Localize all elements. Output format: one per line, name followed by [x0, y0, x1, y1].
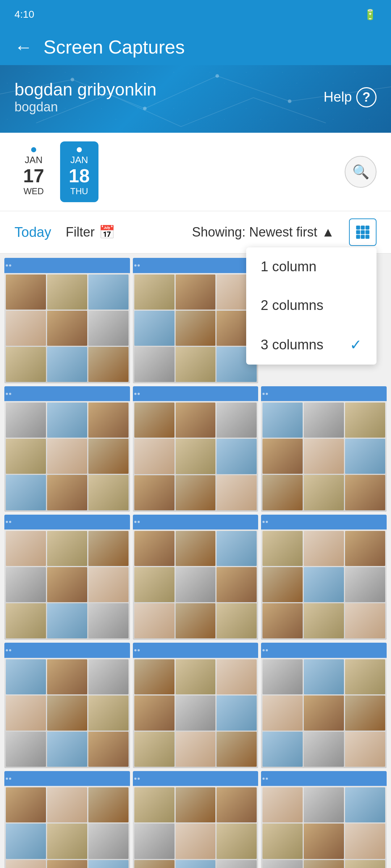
- sort-arrow-icon: ▲: [321, 225, 335, 240]
- dropdown-label-1col: 1 column: [261, 259, 316, 275]
- user-info-row: bogdan gribyonkin bogdan Help ?: [14, 80, 377, 115]
- back-button[interactable]: ←: [14, 38, 33, 56]
- filter-label: Filter: [66, 225, 94, 240]
- help-label: Help: [324, 89, 352, 105]
- status-bar: 4:10 🔋: [0, 0, 391, 29]
- date-day-1: WED: [24, 186, 44, 196]
- date-section: JAN 17 WED JAN 18 THU 🔍: [0, 133, 391, 211]
- svg-rect-13: [356, 226, 360, 230]
- svg-rect-16: [356, 230, 360, 234]
- date-num-1: 17: [23, 166, 44, 186]
- user-section: bogdan gribyonkin bogdan Help ?: [0, 65, 391, 133]
- dropdown-item-2col[interactable]: 2 columns: [246, 286, 377, 325]
- help-button[interactable]: Help ?: [324, 87, 377, 107]
- showing-label: Showing: Newest first: [192, 225, 317, 240]
- filter-button[interactable]: Filter 📅: [66, 225, 115, 240]
- status-bar-left: 4:10: [14, 9, 34, 20]
- svg-rect-14: [361, 226, 365, 230]
- user-name: bogdan gribyonkin: [14, 80, 156, 99]
- photo-thumb-5[interactable]: [133, 386, 258, 512]
- photo-thumb-4[interactable]: [4, 386, 130, 512]
- calendar-icon: 📅: [99, 225, 115, 240]
- svg-rect-21: [365, 235, 369, 239]
- date-item-thu[interactable]: JAN 18 THU: [60, 141, 98, 202]
- date-month-1: JAN: [25, 154, 42, 166]
- status-bar-right: 🔋: [364, 9, 377, 21]
- photo-thumb-14[interactable]: [133, 771, 258, 868]
- svg-rect-20: [361, 235, 365, 239]
- toolbar: Today Filter 📅 Showing: Newest first ▲ 1…: [0, 211, 391, 254]
- photo-thumb-12[interactable]: [261, 643, 387, 768]
- dropdown-item-1col[interactable]: 1 column: [246, 247, 377, 286]
- date-list: JAN 17 WED JAN 18 THU: [14, 141, 98, 202]
- photo-thumb-11[interactable]: [133, 643, 258, 768]
- photo-thumb-6[interactable]: [261, 386, 387, 512]
- battery-icon: 🔋: [364, 9, 377, 21]
- dropdown-label-3col: 3 columns: [261, 337, 323, 353]
- grid-icon: [355, 224, 371, 240]
- date-num-2: 18: [69, 166, 90, 186]
- date-item-wed[interactable]: JAN 17 WED: [14, 141, 53, 202]
- date-dot: [31, 147, 36, 152]
- date-dot-active: [77, 147, 82, 152]
- search-button[interactable]: 🔍: [345, 156, 377, 188]
- photo-thumb-10[interactable]: [4, 643, 130, 768]
- dropdown-label-2col: 2 columns: [261, 298, 323, 313]
- photo-thumb-7[interactable]: [4, 515, 130, 640]
- user-id: bogdan: [14, 99, 156, 115]
- photo-thumb-13[interactable]: [4, 771, 130, 868]
- page-title: Screen Captures: [43, 36, 185, 58]
- dropdown-item-3col[interactable]: 3 columns ✓: [246, 325, 377, 365]
- photo-thumb-1[interactable]: [4, 258, 130, 383]
- check-icon: ✓: [350, 336, 362, 353]
- status-time: 4:10: [14, 9, 34, 20]
- app-header: ← Screen Captures: [0, 29, 391, 65]
- svg-point-11: [215, 74, 219, 78]
- search-icon: 🔍: [352, 164, 369, 180]
- svg-rect-18: [365, 230, 369, 234]
- help-icon: ?: [356, 87, 377, 107]
- photo-thumb-15[interactable]: [261, 771, 387, 868]
- svg-rect-17: [361, 230, 365, 234]
- showing-button[interactable]: Showing: Newest first ▲: [192, 225, 335, 240]
- grid-view-button[interactable]: [349, 218, 377, 246]
- user-info: bogdan gribyonkin bogdan: [14, 80, 156, 115]
- svg-rect-15: [365, 226, 369, 230]
- svg-rect-19: [356, 235, 360, 239]
- photo-thumb-8[interactable]: [133, 515, 258, 640]
- date-month-2: JAN: [70, 154, 88, 166]
- column-dropdown: 1 column 2 columns 3 columns ✓: [246, 247, 377, 365]
- photo-thumb-9[interactable]: [261, 515, 387, 640]
- date-day-2: THU: [70, 186, 88, 196]
- photo-thumb-2[interactable]: [133, 258, 258, 383]
- today-button[interactable]: Today: [14, 225, 51, 240]
